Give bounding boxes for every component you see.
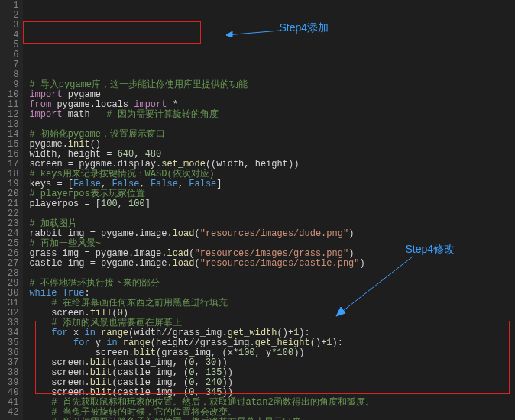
code-line[interactable]: castle_img = pygame.image.load("resource…	[29, 259, 515, 269]
arrow-add	[222, 20, 283, 38]
svg-marker-1	[226, 31, 232, 37]
svg-line-0	[226, 31, 280, 35]
line-number: 42	[8, 408, 18, 418]
code-line[interactable]: playerpos = [100, 100]	[29, 199, 515, 209]
code-area[interactable]: Step4添加 Step4修改 # 导入pygame库，这一步能让你使用库里提供…	[23, 0, 515, 420]
code-line[interactable]: import math # 因为需要计算旋转的角度	[29, 110, 515, 120]
code-line[interactable]: rabbit_img = pygame.image.load("resource…	[29, 229, 515, 239]
annotation-mod: Step4修改	[405, 244, 455, 254]
line-gutter: 1234567891011121314151617181920212223242…	[0, 0, 23, 420]
code-line[interactable]: # 导入pygame库，这一步能让你使用库里提供的功能	[29, 80, 515, 90]
highlight-box-1	[23, 21, 201, 44]
code-line[interactable]: # 不停地循环执行接下来的部分	[29, 279, 515, 289]
code-line[interactable]	[29, 209, 515, 219]
code-line[interactable]: # 初始化pygame，设置展示窗口	[29, 130, 515, 140]
code-editor: 1234567891011121314151617181920212223242…	[0, 0, 515, 420]
annotation-add: Step4添加	[279, 23, 329, 33]
